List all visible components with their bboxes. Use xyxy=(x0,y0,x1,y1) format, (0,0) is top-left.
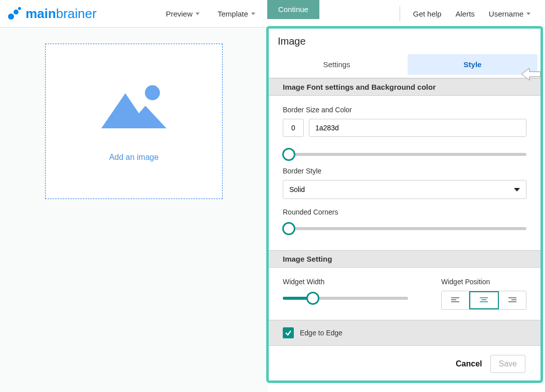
canvas-area: Add an image xyxy=(0,28,268,392)
style-panel: Image Settings Style Image Font settings… xyxy=(266,26,543,383)
edge-to-edge-checkbox[interactable] xyxy=(283,327,294,338)
align-left-button[interactable] xyxy=(442,291,469,309)
chevron-down-icon xyxy=(196,13,200,15)
align-center-button[interactable] xyxy=(469,291,498,309)
border-style-label: Border Style xyxy=(283,167,526,175)
align-right-button[interactable] xyxy=(499,291,526,309)
svg-marker-5 xyxy=(521,68,540,80)
edge-to-edge-row: Edge to Edge xyxy=(269,320,540,346)
preview-label: Preview xyxy=(166,10,193,18)
divider xyxy=(400,6,400,21)
logo-text: mainbrainer xyxy=(26,6,97,22)
tab-style[interactable]: Style xyxy=(408,54,537,75)
panel-footer: Cancel Save xyxy=(269,346,540,392)
border-color-input[interactable] xyxy=(309,119,526,137)
border-size-slider[interactable] xyxy=(283,147,526,162)
panel-title: Image xyxy=(269,29,540,54)
nav-center: Preview Template Continue xyxy=(157,0,322,28)
widget-width-label: Widget Width xyxy=(283,278,408,286)
cancel-button[interactable]: Cancel xyxy=(456,359,482,368)
widget-width-col: Widget Width xyxy=(283,274,408,311)
rounded-corners-label: Rounded Corners xyxy=(283,208,526,216)
check-icon xyxy=(285,329,292,336)
continue-button[interactable]: Continue xyxy=(267,0,319,19)
section-image-setting: Image Setting xyxy=(269,250,540,268)
save-button[interactable]: Save xyxy=(490,355,525,373)
section-font-bg-body: Border Size and Color Border Style Solid… xyxy=(269,96,540,250)
arrow-pointer-icon xyxy=(520,67,541,84)
rounded-corners-slider[interactable] xyxy=(283,221,526,236)
add-image-text: Add an image xyxy=(109,153,159,162)
border-size-color-label: Border Size and Color xyxy=(283,106,526,114)
chevron-down-icon xyxy=(514,188,520,191)
alerts-link[interactable]: Alerts xyxy=(448,0,481,28)
svg-point-1 xyxy=(14,10,19,15)
border-row xyxy=(283,119,526,137)
nav-right: Get help Alerts Username xyxy=(394,0,537,28)
widget-row: Widget Width Widget Position xyxy=(283,274,526,311)
slider-track xyxy=(283,153,526,156)
section-font-bg: Image Font settings and Background color xyxy=(269,78,540,96)
preview-menu[interactable]: Preview xyxy=(157,0,209,28)
top-bar: mainbrainer Preview Template Continue Ge… xyxy=(0,0,545,28)
continue-label: Continue xyxy=(278,5,308,14)
slider-thumb[interactable] xyxy=(306,292,319,305)
tab-settings[interactable]: Settings xyxy=(272,54,402,75)
align-left-icon xyxy=(451,297,459,303)
widget-position-group xyxy=(441,291,526,310)
username-menu[interactable]: Username xyxy=(482,0,537,28)
widget-position-label: Widget Position xyxy=(441,278,526,286)
edge-to-edge-label: Edge to Edge xyxy=(300,329,342,337)
username-label: Username xyxy=(489,10,523,18)
svg-point-2 xyxy=(18,7,21,10)
align-center-icon xyxy=(480,297,488,303)
svg-point-3 xyxy=(145,85,160,100)
chevron-down-icon xyxy=(526,13,530,15)
panel-tabs: Settings Style xyxy=(269,54,540,78)
template-label: Template xyxy=(218,10,248,18)
slider-track xyxy=(283,227,526,230)
border-style-select[interactable]: Solid xyxy=(283,180,526,199)
logo-icon xyxy=(8,6,23,21)
section-image-setting-body: Widget Width Widget Position xyxy=(269,268,540,320)
slider-thumb[interactable] xyxy=(282,148,295,161)
widget-width-slider[interactable] xyxy=(283,291,408,306)
image-placeholder-icon xyxy=(96,81,171,138)
gethelp-link[interactable]: Get help xyxy=(406,0,449,28)
image-drop-zone[interactable]: Add an image xyxy=(45,44,223,199)
slider-thumb[interactable] xyxy=(282,222,295,235)
logo[interactable]: mainbrainer xyxy=(8,6,97,22)
widget-position-col: Widget Position xyxy=(441,274,526,310)
alerts-label: Alerts xyxy=(455,10,474,18)
align-right-icon xyxy=(508,297,516,303)
border-style-value: Solid xyxy=(289,185,305,193)
border-size-input[interactable] xyxy=(283,119,304,137)
gethelp-label: Get help xyxy=(413,10,442,18)
svg-point-0 xyxy=(8,14,14,20)
chevron-down-icon xyxy=(251,13,255,15)
template-menu[interactable]: Template xyxy=(209,0,264,28)
